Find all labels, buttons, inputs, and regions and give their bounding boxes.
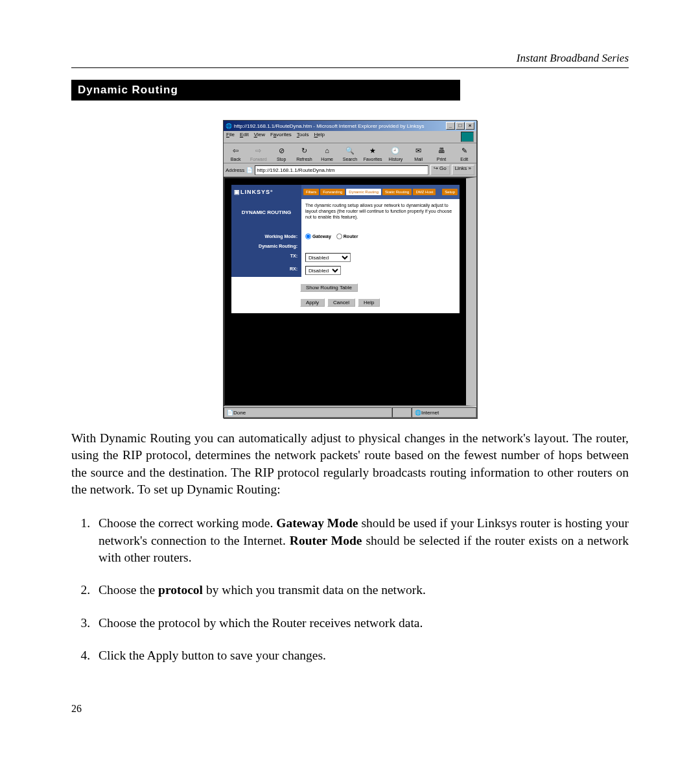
working-mode-label: Working Mode: (231, 232, 301, 241)
status-bar: 📄 Done 🌐 Internet (224, 407, 476, 418)
dynamic-routing-label: Dynamic Routing: (231, 241, 301, 251)
status-spacer (392, 407, 412, 418)
menu-favorites[interactable]: Favorites (270, 132, 292, 142)
edit-button[interactable]: ✎Edit (454, 145, 475, 161)
cancel-button[interactable]: Cancel (327, 298, 355, 307)
home-button[interactable]: ⌂Home (316, 145, 338, 161)
refresh-button[interactable]: ↻Refresh (294, 145, 315, 161)
window-titlebar: 🌐 http://192.168.1.1/RouteDyna.htm - Mic… (224, 121, 476, 131)
edit-icon: ✎ (458, 145, 471, 156)
maximize-button[interactable]: □ (456, 122, 465, 130)
tab-dynamic-routing[interactable]: Dynamic Routing (346, 189, 381, 195)
browser-window: 🌐 http://192.168.1.1/RouteDyna.htm - Mic… (223, 120, 477, 418)
status-zone: 🌐 Internet (412, 407, 476, 418)
search-button[interactable]: 🔍Search (339, 145, 360, 161)
status-done: 📄 Done (224, 407, 392, 418)
menu-help[interactable]: Help (314, 132, 325, 142)
page-number: 26 (71, 703, 629, 715)
refresh-icon: ↻ (298, 145, 310, 156)
feature-description: The dynamic routing setup allows your ne… (301, 199, 460, 232)
go-button[interactable]: ↪ Go (430, 165, 450, 175)
gateway-radio[interactable]: Gateway (305, 233, 331, 239)
favorites-icon: ★ (366, 145, 379, 156)
menu-view[interactable]: View (254, 132, 265, 142)
rx-label: RX: (231, 264, 301, 277)
rx-select[interactable]: Disabled (305, 266, 341, 275)
throbber-icon (461, 132, 474, 142)
links-button[interactable]: Links » (452, 165, 474, 175)
tab-forwarding[interactable]: Forwarding (320, 189, 345, 195)
home-icon: ⌂ (321, 145, 334, 156)
back-icon: ⇦ (229, 145, 242, 156)
menu-file[interactable]: File (226, 132, 235, 142)
history-icon: 🕘 (389, 145, 402, 156)
mail-icon: ✉ (412, 145, 425, 156)
tab-static-routing[interactable]: Static Routing (382, 189, 412, 195)
step-3: Choose the protocol by which the Router … (93, 615, 629, 632)
mail-button[interactable]: ✉Mail (408, 145, 429, 161)
show-routing-table-button[interactable]: Show Routing Table (300, 283, 358, 292)
stop-icon: ⊘ (275, 145, 288, 156)
menu-bar: File Edit View Favorites Tools Help (224, 131, 476, 143)
tab-setup[interactable]: Setup (442, 189, 458, 195)
forward-icon: ⇨ (252, 145, 265, 156)
tab-dmz-host[interactable]: DMZ Host (413, 189, 436, 195)
tx-label: TX: (231, 251, 301, 264)
step-4: Click the Apply button to save your chan… (93, 647, 629, 664)
toolbar: ⇦Back ⇨Forward ⊘Stop ↻Refresh ⌂Home 🔍Sea… (224, 143, 476, 163)
page-icon: 📄 (246, 167, 253, 173)
router-radio[interactable]: Router (336, 233, 358, 239)
body-paragraph: With Dynamic Routing you can automatical… (71, 430, 629, 498)
menu-edit[interactable]: Edit (240, 132, 249, 142)
minimize-button[interactable]: _ (446, 122, 455, 130)
address-bar: Address 📄 ↪ Go Links » (224, 163, 476, 177)
window-title: http://192.168.1.1/RouteDyna.htm - Micro… (234, 123, 424, 129)
help-button[interactable]: Help (358, 298, 380, 307)
page-header: Instant Broadband Series (71, 52, 629, 68)
step-2: Choose the protocol by which you transmi… (93, 582, 629, 599)
address-label: Address (226, 167, 244, 173)
menu-tools[interactable]: Tools (297, 132, 309, 142)
tx-select[interactable]: Disabled (305, 253, 351, 262)
apply-button[interactable]: Apply (300, 298, 325, 307)
forward-button[interactable]: ⇨Forward (248, 145, 269, 161)
steps-list: Choose the correct working mode. Gateway… (71, 515, 629, 664)
favorites-button[interactable]: ★Favorites (362, 145, 384, 161)
print-icon: 🖶 (435, 145, 448, 156)
url-input[interactable] (255, 165, 428, 175)
stop-button[interactable]: ⊘Stop (271, 145, 292, 161)
side-title: DYNAMIC ROUTING (231, 199, 301, 232)
search-icon: 🔍 (344, 145, 356, 156)
linksys-logo: ▣ LINKSYS° (231, 185, 301, 199)
ie-icon: 🌐 (226, 123, 232, 129)
page-content: ▣ LINKSYS° Filters Forwarding Dynamic Ro… (224, 177, 476, 407)
step-1: Choose the correct working mode. Gateway… (93, 515, 629, 566)
section-title: Dynamic Routing (71, 80, 460, 101)
history-button[interactable]: 🕘History (385, 145, 406, 161)
print-button[interactable]: 🖶Print (430, 145, 452, 161)
close-button[interactable]: × (465, 122, 474, 130)
screenshot-figure: 🌐 http://192.168.1.1/RouteDyna.htm - Mic… (71, 120, 629, 418)
tab-filters[interactable]: Filters (303, 189, 319, 195)
back-button[interactable]: ⇦Back (225, 145, 246, 161)
